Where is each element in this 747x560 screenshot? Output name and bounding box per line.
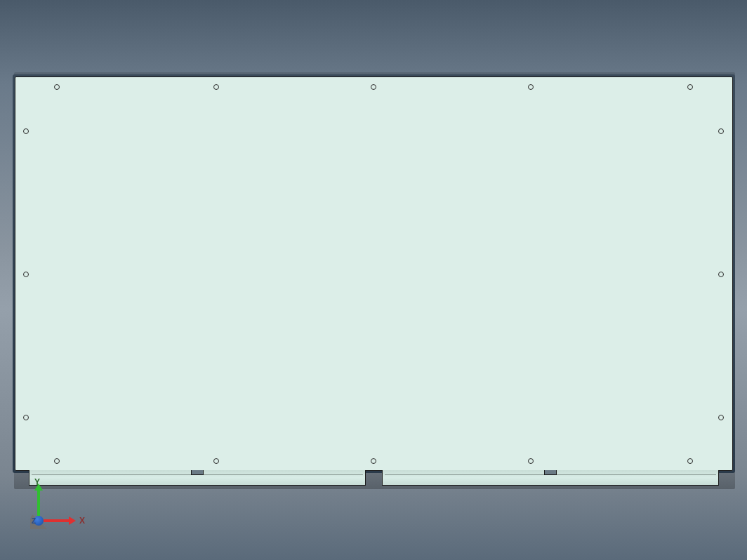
panel-hole[interactable] xyxy=(371,458,376,464)
panel-hole[interactable] xyxy=(54,84,60,90)
graphics-viewport[interactable]: X Y Z xyxy=(0,0,747,560)
panel-hole[interactable] xyxy=(213,84,219,90)
x-axis-icon[interactable] xyxy=(44,519,70,522)
reference-triad[interactable]: X Y Z xyxy=(25,486,74,535)
rail-notch[interactable] xyxy=(191,470,204,475)
y-axis-icon[interactable] xyxy=(37,489,40,516)
panel-hole[interactable] xyxy=(23,272,29,277)
panel-hole[interactable] xyxy=(23,415,29,420)
y-axis-label: Y xyxy=(34,477,40,487)
model-panel-face[interactable] xyxy=(15,76,733,471)
rail-notch[interactable] xyxy=(544,470,557,475)
panel-hole[interactable] xyxy=(718,128,724,134)
panel-hole[interactable] xyxy=(718,272,724,277)
z-axis-label: Z xyxy=(32,517,36,525)
panel-hole[interactable] xyxy=(528,84,534,90)
panel-hole[interactable] xyxy=(687,458,693,464)
model-rail-right[interactable] xyxy=(382,470,719,486)
x-axis-label: X xyxy=(79,516,85,526)
model-rail-left[interactable] xyxy=(29,470,366,486)
panel-hole[interactable] xyxy=(528,458,534,464)
panel-hole[interactable] xyxy=(718,415,724,420)
panel-hole[interactable] xyxy=(371,84,376,90)
panel-hole[interactable] xyxy=(54,458,60,464)
panel-hole[interactable] xyxy=(687,84,693,90)
panel-hole[interactable] xyxy=(23,128,29,134)
panel-hole[interactable] xyxy=(213,458,219,464)
